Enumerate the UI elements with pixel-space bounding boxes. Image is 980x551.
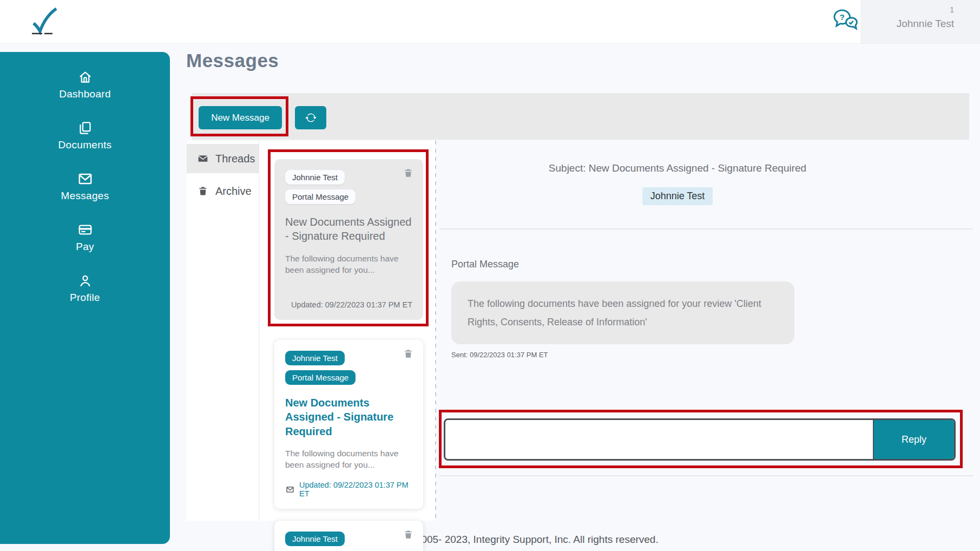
refresh-button[interactable] [295,106,326,129]
thread-sender-badge: Johnnie Test [285,170,345,185]
thread-updated: Updated: 09/22/2023 01:37 PM ET [285,300,412,309]
sidebar-item-label: Dashboard [59,88,111,100]
message-type-label: Portal Message [451,259,519,270]
thread-type-badge: Portal Message [285,189,356,204]
credit-card-icon [78,222,93,237]
page-title: Messages [186,50,279,71]
tab-threads[interactable]: Threads [187,144,259,173]
sidebar-item-messages[interactable]: Messages [0,161,170,212]
sidebar: Dashboard Documents Messages Pay Profile [0,52,170,544]
header: ? 1 Johnnie Test [0,0,980,44]
trash-icon[interactable] [403,529,413,542]
envelope-icon [198,153,208,164]
thread-preview: The following documents have been assign… [285,448,412,471]
notification-count: 1 [860,5,954,14]
thread-preview: The following documents have been assign… [285,253,412,276]
trash-icon [198,186,208,196]
user-panel[interactable]: 1 Johnnie Test [860,0,980,43]
client-portal-messages-page: ? 1 Johnnie Test Dashboard Documents Mes… [0,0,980,551]
tab-label: Threads [215,153,255,165]
svg-text:?: ? [840,12,845,22]
reply-row: Reply [444,418,956,461]
tabs-column: Threads Archive [187,141,259,521]
sidebar-item-profile[interactable]: Profile [0,263,170,314]
thread-title: New Documents Assigned - Signature Requi… [285,215,412,244]
help-chat-icon[interactable]: ? [832,9,858,34]
sidebar-item-documents[interactable]: Documents [0,110,170,161]
tab-label: Archive [215,185,252,198]
sidebar-item-label: Pay [76,241,94,253]
person-icon [78,273,93,288]
participant-badge-wrap: Johnnie Test [439,187,916,205]
thread-badges: Johnnie Test [285,532,412,546]
reply-input[interactable] [445,420,873,459]
thread-title: New Documents Assigned - Signature Requi… [285,396,412,438]
thread-updated: Updated: 09/22/2023 01:37 PM ET [285,481,412,498]
user-name: Johnnie Test [860,18,954,30]
home-icon [78,70,93,84]
sidebar-item-label: Messages [61,190,109,202]
documents-icon [78,121,93,135]
message-subject: Subject: New Documents Assigned - Signat… [439,162,916,174]
sidebar-item-label: Documents [58,139,112,151]
app-logo-icon[interactable] [28,5,63,39]
tab-archive[interactable]: Archive [187,176,259,206]
thread-badges: Johnnie Test Portal Message [285,351,412,385]
sidebar-item-pay[interactable]: Pay [0,212,170,263]
sidebar-item-label: Profile [70,292,100,304]
sidebar-item-dashboard[interactable]: Dashboard [0,60,170,110]
copyright-footer: Â© Copyright 2005- 2023, Integrity Suppo… [30,534,980,546]
new-message-button[interactable]: New Message [199,106,282,129]
participant-badge: Johnnie Test [642,187,713,205]
thread-sender-badge: Johnnie Test [285,532,345,546]
vertical-dashed-divider [435,141,436,521]
reply-button[interactable]: Reply [873,420,954,459]
refresh-icon [305,112,317,123]
thread-sender-badge: Johnnie Test [285,351,345,365]
horizontal-divider [439,228,973,229]
horizontal-divider [439,475,973,476]
thread-card-2[interactable]: Johnnie Test Portal Message New Document… [274,340,423,509]
thread-card-3[interactable]: Johnnie Test [274,521,423,551]
thread-type-badge: Portal Message [285,370,356,385]
thread-badges: Johnnie Test Portal Message [285,170,412,204]
sent-timestamp: Sent: 09/22/2023 01:37 PM ET [451,351,548,359]
trash-icon[interactable] [403,349,413,361]
envelope-icon [78,172,93,186]
thread-card-1[interactable]: Johnnie Test Portal Message New Document… [274,159,423,320]
trash-icon[interactable] [403,168,413,180]
envelope-icon [285,486,295,494]
message-bubble: The following documents have been assign… [451,281,794,344]
